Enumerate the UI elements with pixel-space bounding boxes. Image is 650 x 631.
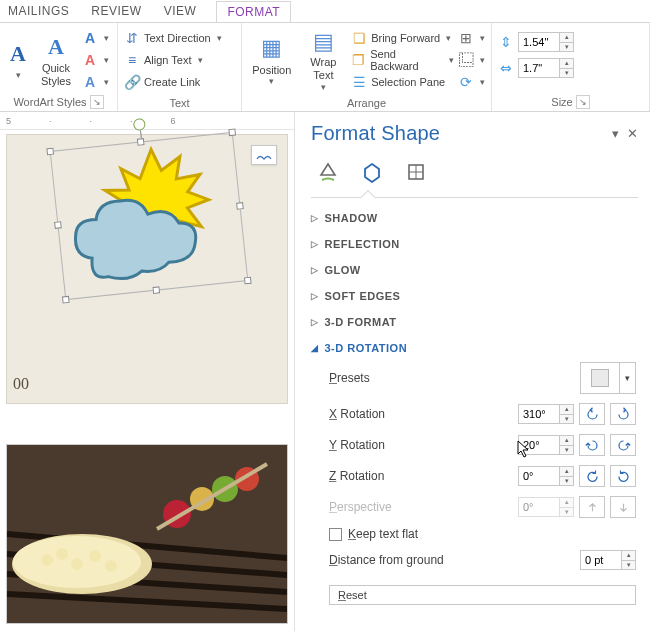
effects-tab[interactable]: [359, 159, 385, 185]
x-rotate-right-button[interactable]: [610, 403, 636, 425]
pane-options-button[interactable]: ▾: [612, 126, 619, 141]
section-glow[interactable]: ▷GLOW: [311, 264, 638, 276]
group-label-size: Size: [551, 96, 572, 108]
spin-up[interactable]: ▴: [560, 405, 573, 414]
x-rotation-input[interactable]: ▴▾: [518, 404, 574, 424]
wrap-text-icon: ▤: [307, 26, 339, 56]
fill-a-icon: A: [82, 30, 98, 46]
y-rotation-label: Y Rotation: [329, 438, 510, 452]
effects-a-icon: A: [82, 74, 98, 90]
spin-down[interactable]: ▾: [560, 68, 573, 78]
link-icon: 🔗: [124, 74, 140, 90]
presets-dropdown[interactable]: ▾: [580, 362, 636, 394]
y-rotate-left-button[interactable]: [579, 434, 605, 456]
spin-down[interactable]: ▾: [560, 476, 573, 486]
resize-handle[interactable]: [236, 202, 244, 210]
section-3d-rotation[interactable]: ◢3-D ROTATION: [311, 342, 638, 354]
resize-handle[interactable]: [137, 138, 145, 146]
document-canvas[interactable]: 5··· 6: [0, 112, 294, 631]
distance-input[interactable]: ▴▾: [580, 550, 636, 570]
align-text-button[interactable]: ≡Align Text▾: [124, 50, 222, 70]
spin-down[interactable]: ▾: [560, 414, 573, 424]
group-button[interactable]: ⿺▾: [458, 50, 485, 70]
y-rotation-input[interactable]: ▴▾: [518, 435, 574, 455]
x-rotate-left-button[interactable]: [579, 403, 605, 425]
svg-point-12: [105, 560, 117, 572]
z-rotation-input[interactable]: ▴▾: [518, 466, 574, 486]
wrap-text-button[interactable]: ▤ Wrap Text▾: [300, 26, 348, 92]
group-label-arrange: Arrange: [248, 97, 485, 111]
section-soft-edges[interactable]: ▷SOFT EDGES: [311, 290, 638, 302]
section-3d-format[interactable]: ▷3-D FORMAT: [311, 316, 638, 328]
close-pane-button[interactable]: ✕: [627, 126, 638, 141]
align-icon: ⊞: [458, 30, 474, 46]
svg-point-8: [41, 554, 53, 566]
bring-forward-button[interactable]: ❏Bring Forward▾: [351, 28, 454, 48]
spin-up[interactable]: ▴: [560, 436, 573, 445]
svg-point-9: [56, 548, 68, 560]
size-launcher[interactable]: ↘: [576, 95, 590, 109]
align-text-icon: ≡: [124, 52, 140, 68]
section-reflection[interactable]: ▷REFLECTION: [311, 238, 638, 250]
spin-up[interactable]: ▴: [560, 467, 573, 476]
height-icon: ⇕: [498, 34, 514, 50]
tab-view[interactable]: VIEW: [162, 0, 199, 22]
spin-up[interactable]: ▴: [622, 551, 635, 560]
shape-height-input[interactable]: ▴▾: [518, 32, 574, 52]
selection-pane-button[interactable]: ☰Selection Pane: [351, 72, 454, 92]
send-backward-button[interactable]: ❐Send Backward▾: [351, 50, 454, 70]
create-link-button[interactable]: 🔗Create Link: [124, 72, 222, 92]
tab-mailings[interactable]: MAILINGS: [6, 0, 71, 22]
spin-up[interactable]: ▴: [560, 33, 573, 42]
quick-styles-button[interactable]: A Quick Styles: [34, 26, 78, 92]
group-text: ⇵Text Direction▾ ≡Align Text▾ 🔗Create Li…: [118, 23, 242, 111]
fill-line-tab[interactable]: [315, 159, 341, 185]
text-direction-icon: ⇵: [124, 30, 140, 46]
perspective-down-button: [610, 496, 636, 518]
tab-format[interactable]: FORMAT: [216, 1, 291, 22]
outline-a-icon: A: [82, 52, 98, 68]
reset-button[interactable]: Reset: [329, 585, 636, 605]
checkbox-icon: [329, 528, 342, 541]
send-backward-icon: ❐: [351, 52, 366, 68]
group-arrange: ▦ Position▾ ▤ Wrap Text▾ ❏Bring Forward▾…: [242, 23, 492, 111]
inserted-picture[interactable]: [6, 444, 288, 624]
wordart-launcher[interactable]: ↘: [90, 95, 104, 109]
text-effects-button[interactable]: A▾: [82, 72, 109, 92]
perspective-input: ▴▾: [518, 497, 574, 517]
wordart-swatch[interactable]: A ▾: [6, 26, 30, 92]
resize-handle[interactable]: [228, 128, 236, 136]
layout-options-button[interactable]: [251, 145, 277, 165]
z-rotate-cw-button[interactable]: [610, 465, 636, 487]
position-button[interactable]: ▦ Position▾: [248, 26, 296, 92]
group-size: ⇕ ▴▾ ⇔ ▴▾ Size↘: [492, 23, 650, 111]
spin-down[interactable]: ▾: [560, 445, 573, 455]
spin-down[interactable]: ▾: [560, 42, 573, 52]
resize-handle[interactable]: [46, 148, 54, 156]
text-outline-button[interactable]: A▾: [82, 50, 109, 70]
y-rotate-right-button[interactable]: [610, 434, 636, 456]
text-direction-button[interactable]: ⇵Text Direction▾: [124, 28, 222, 48]
resize-handle[interactable]: [62, 296, 70, 304]
selected-shape[interactable]: [50, 132, 249, 300]
align-button[interactable]: ⊞▾: [458, 28, 485, 48]
z-rotate-ccw-button[interactable]: [579, 465, 605, 487]
text-fill-button[interactable]: A▾: [82, 28, 109, 48]
spin-down[interactable]: ▾: [622, 560, 635, 570]
keep-text-flat-checkbox[interactable]: Keep text flat: [329, 527, 636, 541]
shape-width-input[interactable]: ▴▾: [518, 58, 574, 78]
rotate-button[interactable]: ⟳▾: [458, 72, 485, 92]
distance-label: Distance from ground: [329, 553, 572, 567]
spin-up[interactable]: ▴: [560, 59, 573, 68]
section-shadow[interactable]: ▷SHADOW: [311, 212, 638, 224]
resize-handle[interactable]: [54, 221, 62, 229]
resize-handle[interactable]: [152, 286, 160, 294]
tab-review[interactable]: REVIEW: [89, 0, 143, 22]
letter-a-icon: A: [2, 38, 34, 70]
resize-handle[interactable]: [244, 277, 252, 285]
layout-options-icon: [256, 149, 272, 161]
horizontal-ruler: 5··· 6: [0, 112, 294, 130]
group-label-text: Text: [124, 97, 235, 111]
layout-properties-tab[interactable]: [403, 159, 429, 185]
section-3d-rotation-body: Presets ▾ X Rotation ▴▾ Y Rotation ▴▾: [311, 354, 638, 607]
